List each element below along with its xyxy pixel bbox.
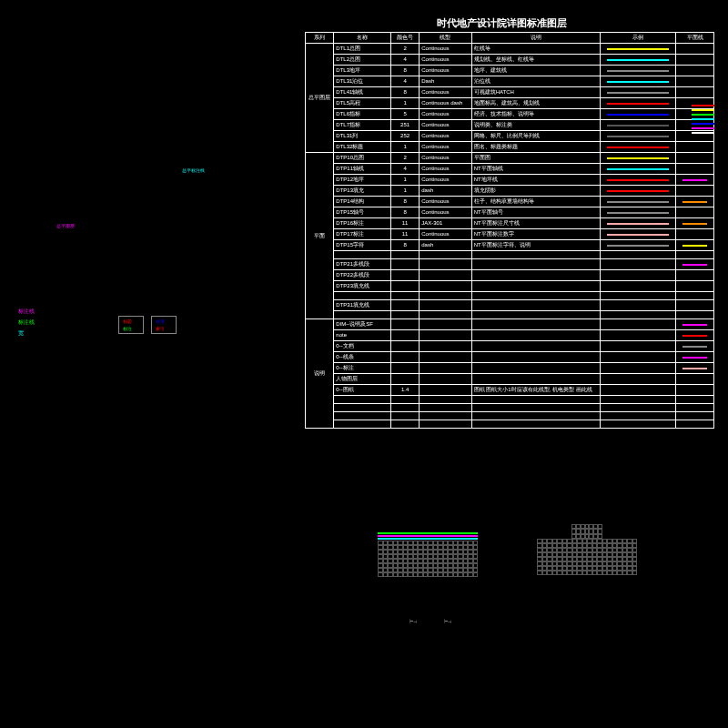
swatch-cell [600, 164, 676, 175]
extra-cell [676, 292, 714, 300]
data-cell [390, 374, 419, 385]
table-row: DTP15轴号8ContinuousNT平面轴号 [306, 207, 714, 218]
table-row: DTP17标注11ContinuousNT平面标注数字 [306, 229, 714, 240]
category-cell: 总平图层 [306, 44, 334, 153]
extra-cell [676, 270, 714, 281]
swatch-cell [600, 207, 676, 218]
table-row: DTP23填充线 [306, 281, 714, 292]
swatch-cell [600, 142, 676, 153]
data-cell: 可视建筑HATCH [471, 87, 600, 98]
data-cell: DTL1总图 [334, 44, 391, 55]
col-header: 示例 [600, 33, 676, 44]
extra-swatch [692, 114, 714, 116]
data-cell: 平面图 [471, 153, 600, 164]
data-cell [471, 363, 600, 374]
data-cell: 2 [390, 44, 419, 55]
swatch-cell [600, 131, 676, 142]
data-cell: 0--线条 [334, 352, 391, 363]
data-cell: 8 [390, 240, 419, 251]
col-header: 平面线 [676, 33, 714, 44]
data-cell: NT平面标注数字 [471, 229, 600, 240]
side-label: 标注线 [18, 318, 35, 327]
data-cell: 2 [390, 153, 419, 164]
extra-cell [676, 352, 714, 363]
data-cell: 8 [390, 207, 419, 218]
data-cell [471, 319, 600, 330]
data-cell: DTP31填充线 [334, 300, 391, 311]
table-row: DTP21多线段 [306, 259, 714, 270]
data-cell: 8 [390, 87, 419, 98]
extra-cell [676, 44, 714, 55]
swatch-cell [600, 404, 676, 412]
data-cell: 1.4 [390, 385, 419, 396]
side-label: 宽 [18, 329, 35, 338]
data-cell: 填充阴影 [471, 186, 600, 197]
table-row: DTP31填充线 [306, 300, 714, 311]
data-cell [471, 259, 600, 270]
data-cell: 图名、标题类标题 [471, 142, 600, 153]
data-cell [471, 330, 600, 341]
data-cell [390, 412, 419, 420]
extra-cell [676, 363, 714, 374]
extra-swatch [692, 105, 714, 106]
data-cell: Continuous [420, 197, 471, 207]
data-cell: note [334, 330, 391, 341]
data-cell [390, 363, 419, 374]
extra-cell [676, 341, 714, 352]
data-cell: Continuous [420, 87, 471, 98]
table-row: 0--文档 [306, 341, 714, 352]
data-cell: 规划线、坐标线、红线等 [471, 55, 600, 66]
data-cell [390, 300, 419, 311]
data-cell [420, 259, 471, 270]
table-row: 说明DIM--说明及SF [306, 319, 714, 330]
data-cell [420, 319, 471, 330]
data-cell: dash [420, 186, 471, 197]
data-cell [390, 352, 419, 363]
table-row: 0--图纸1.4图纸 图纸大小1时应该有此线型, 机电类型 画此线 [306, 385, 714, 396]
legend-item: 索引 [156, 326, 172, 331]
data-cell [471, 300, 600, 311]
swatch-cell [600, 197, 676, 207]
extra-cell [676, 87, 714, 98]
hatch-pattern-2 [537, 524, 637, 575]
extra-cell [676, 207, 714, 218]
table-row [306, 420, 714, 429]
swatch-cell [600, 420, 676, 429]
data-cell: Dash [420, 76, 471, 87]
data-cell: Continuous [420, 55, 471, 66]
col-header: 说明 [471, 33, 600, 44]
annotation-2: 总平图层 [56, 223, 75, 228]
data-cell: 4 [390, 164, 419, 175]
data-cell [390, 251, 419, 259]
data-cell [420, 420, 471, 429]
extra-cell [676, 311, 714, 319]
table-row [306, 396, 714, 404]
swatch-cell [600, 330, 676, 341]
data-cell [420, 352, 471, 363]
table-row: DTL6指标5Continuous经济、技术指标、说明等 [306, 109, 714, 120]
data-cell [420, 385, 471, 396]
data-cell: 0--标注 [334, 363, 391, 374]
extra-cell [676, 330, 714, 341]
table-row [306, 251, 714, 259]
data-cell [420, 300, 471, 311]
data-cell: NT平面标注字符、说明 [471, 240, 600, 251]
data-cell: Continuous [420, 66, 471, 76]
extra-cell [676, 404, 714, 412]
data-cell [390, 341, 419, 352]
data-cell [390, 396, 419, 404]
data-cell: NT平面标注尺寸线 [471, 218, 600, 229]
swatch-cell [600, 412, 676, 420]
extra-cell [676, 385, 714, 396]
extra-cell [676, 229, 714, 240]
extra-cell [676, 142, 714, 153]
table-row: DTP22多线段 [306, 270, 714, 281]
data-cell [390, 281, 419, 292]
legend-boxes: 标题标注标准索引 [118, 316, 177, 334]
data-cell [420, 396, 471, 404]
swatch-cell [600, 186, 676, 197]
swatch-cell [600, 229, 676, 240]
extra-swatches [692, 105, 714, 136]
swatch-cell [600, 259, 676, 270]
data-cell [390, 259, 419, 270]
